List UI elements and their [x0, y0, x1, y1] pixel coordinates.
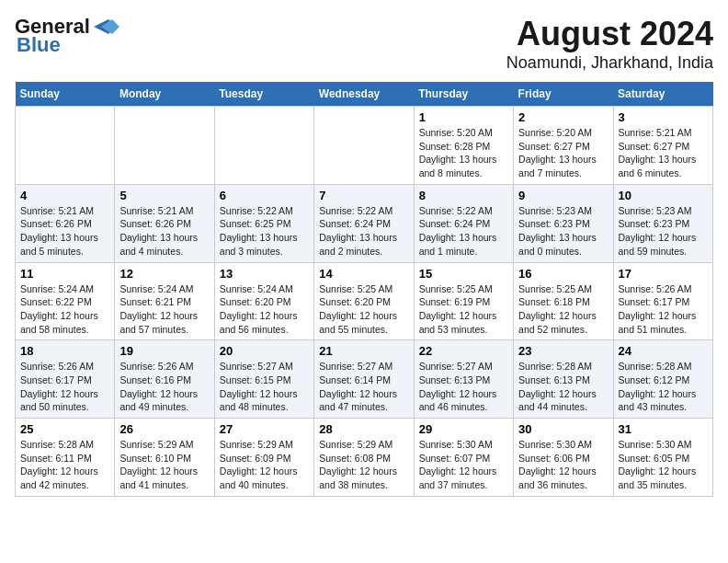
day-number: 10 [619, 189, 708, 202]
day-number: 5 [119, 189, 209, 202]
day-info: Sunrise: 5:27 AM Sunset: 6:15 PM Dayligh… [220, 360, 309, 414]
calendar-cell: 11Sunrise: 5:24 AM Sunset: 6:22 PM Dayli… [16, 262, 115, 340]
day-info: Sunrise: 5:20 AM Sunset: 6:27 PM Dayligh… [518, 126, 608, 180]
calendar-cell: 27Sunrise: 5:29 AM Sunset: 6:09 PM Dayli… [214, 419, 313, 497]
calendar-cell: 20Sunrise: 5:27 AM Sunset: 6:15 PM Dayli… [214, 340, 313, 419]
day-info: Sunrise: 5:24 AM Sunset: 6:22 PM Dayligh… [20, 282, 109, 337]
calendar-cell: 23Sunrise: 5:28 AM Sunset: 6:13 PM Dayli… [514, 340, 613, 419]
calendar-cell: 14Sunrise: 5:25 AM Sunset: 6:20 PM Dayli… [314, 262, 414, 340]
svg-marker-1 [101, 19, 119, 34]
calendar-cell [314, 107, 414, 185]
calendar-cell: 18Sunrise: 5:26 AM Sunset: 6:17 PM Dayli… [16, 340, 115, 419]
day-number: 24 [619, 344, 708, 358]
day-info: Sunrise: 5:25 AM Sunset: 6:19 PM Dayligh… [419, 282, 508, 337]
logo-blue: Blue [17, 33, 61, 57]
day-info: Sunrise: 5:23 AM Sunset: 6:23 PM Dayligh… [619, 204, 708, 259]
day-number: 15 [419, 267, 508, 281]
day-number: 28 [319, 422, 408, 436]
calendar-week-4: 18Sunrise: 5:26 AM Sunset: 6:17 PM Dayli… [16, 340, 713, 419]
calendar-cell: 4Sunrise: 5:21 AM Sunset: 6:26 PM Daylig… [16, 184, 115, 262]
day-info: Sunrise: 5:20 AM Sunset: 6:28 PM Dayligh… [419, 126, 508, 180]
calendar-cell: 3Sunrise: 5:21 AM Sunset: 6:27 PM Daylig… [613, 107, 712, 185]
day-number: 30 [518, 422, 608, 436]
day-info: Sunrise: 5:25 AM Sunset: 6:18 PM Dayligh… [518, 282, 608, 337]
day-number: 7 [319, 189, 408, 202]
calendar-week-1: 1Sunrise: 5:20 AM Sunset: 6:28 PM Daylig… [16, 107, 713, 185]
header-sunday: Sunday [16, 82, 115, 107]
day-number: 8 [419, 189, 508, 202]
title-block: August 2024 Noamundi, Jharkhand, India [506, 15, 713, 73]
calendar-cell: 15Sunrise: 5:25 AM Sunset: 6:19 PM Dayli… [414, 262, 513, 340]
day-number: 6 [220, 189, 309, 202]
calendar-cell: 25Sunrise: 5:28 AM Sunset: 6:11 PM Dayli… [16, 419, 115, 497]
day-number: 9 [518, 189, 608, 202]
day-info: Sunrise: 5:24 AM Sunset: 6:21 PM Dayligh… [119, 282, 209, 337]
day-number: 20 [220, 344, 309, 358]
day-number: 17 [619, 267, 708, 281]
day-info: Sunrise: 5:24 AM Sunset: 6:20 PM Dayligh… [220, 282, 309, 337]
day-number: 16 [518, 267, 608, 281]
header-wednesday: Wednesday [314, 82, 414, 107]
calendar-cell: 1Sunrise: 5:20 AM Sunset: 6:28 PM Daylig… [414, 107, 513, 185]
calendar-cell [16, 107, 115, 185]
logo-arrow-icon [90, 17, 119, 36]
page-title: August 2024 [506, 15, 713, 53]
day-number: 19 [119, 344, 209, 358]
calendar-week-5: 25Sunrise: 5:28 AM Sunset: 6:11 PM Dayli… [16, 419, 713, 497]
calendar-cell: 10Sunrise: 5:23 AM Sunset: 6:23 PM Dayli… [613, 184, 712, 262]
day-info: Sunrise: 5:22 AM Sunset: 6:25 PM Dayligh… [220, 204, 309, 259]
calendar-cell: 5Sunrise: 5:21 AM Sunset: 6:26 PM Daylig… [115, 184, 214, 262]
calendar-week-3: 11Sunrise: 5:24 AM Sunset: 6:22 PM Dayli… [16, 262, 713, 340]
calendar-cell [115, 107, 214, 185]
calendar-cell [214, 107, 313, 185]
logo: General Blue [15, 15, 119, 57]
calendar-cell: 26Sunrise: 5:29 AM Sunset: 6:10 PM Dayli… [115, 419, 214, 497]
day-number: 12 [119, 267, 209, 281]
day-number: 1 [419, 110, 508, 124]
day-info: Sunrise: 5:25 AM Sunset: 6:20 PM Dayligh… [319, 282, 408, 337]
day-info: Sunrise: 5:21 AM Sunset: 6:27 PM Dayligh… [619, 126, 708, 180]
day-number: 4 [20, 189, 109, 202]
day-number: 11 [20, 267, 109, 281]
day-info: Sunrise: 5:30 AM Sunset: 6:07 PM Dayligh… [419, 438, 508, 492]
day-info: Sunrise: 5:22 AM Sunset: 6:24 PM Dayligh… [419, 204, 508, 259]
calendar-cell: 6Sunrise: 5:22 AM Sunset: 6:25 PM Daylig… [214, 184, 313, 262]
day-info: Sunrise: 5:27 AM Sunset: 6:13 PM Dayligh… [419, 360, 508, 414]
calendar-cell: 29Sunrise: 5:30 AM Sunset: 6:07 PM Dayli… [414, 419, 513, 497]
day-number: 22 [419, 344, 508, 358]
calendar-cell: 31Sunrise: 5:30 AM Sunset: 6:05 PM Dayli… [613, 419, 712, 497]
calendar-cell: 17Sunrise: 5:26 AM Sunset: 6:17 PM Dayli… [613, 262, 712, 340]
day-info: Sunrise: 5:29 AM Sunset: 6:10 PM Dayligh… [119, 438, 209, 492]
day-info: Sunrise: 5:26 AM Sunset: 6:17 PM Dayligh… [619, 282, 708, 337]
day-number: 14 [319, 267, 408, 281]
calendar-cell: 28Sunrise: 5:29 AM Sunset: 6:08 PM Dayli… [314, 419, 414, 497]
calendar-cell: 9Sunrise: 5:23 AM Sunset: 6:23 PM Daylig… [514, 184, 613, 262]
calendar-cell: 19Sunrise: 5:26 AM Sunset: 6:16 PM Dayli… [115, 340, 214, 419]
calendar-cell: 16Sunrise: 5:25 AM Sunset: 6:18 PM Dayli… [514, 262, 613, 340]
day-number: 18 [20, 344, 109, 358]
calendar-cell: 7Sunrise: 5:22 AM Sunset: 6:24 PM Daylig… [314, 184, 414, 262]
header-friday: Friday [514, 82, 613, 107]
day-number: 3 [619, 110, 708, 124]
calendar-cell: 22Sunrise: 5:27 AM Sunset: 6:13 PM Dayli… [414, 340, 513, 419]
day-number: 21 [319, 344, 408, 358]
day-number: 25 [20, 422, 109, 436]
day-number: 29 [419, 422, 508, 436]
day-info: Sunrise: 5:27 AM Sunset: 6:14 PM Dayligh… [319, 360, 408, 414]
day-number: 13 [220, 267, 309, 281]
calendar-cell: 2Sunrise: 5:20 AM Sunset: 6:27 PM Daylig… [514, 107, 613, 185]
calendar-cell: 24Sunrise: 5:28 AM Sunset: 6:12 PM Dayli… [613, 340, 712, 419]
day-number: 31 [619, 422, 708, 436]
day-info: Sunrise: 5:22 AM Sunset: 6:24 PM Dayligh… [319, 204, 408, 259]
day-info: Sunrise: 5:28 AM Sunset: 6:11 PM Dayligh… [20, 438, 109, 492]
calendar-header-row: SundayMondayTuesdayWednesdayThursdayFrid… [16, 82, 713, 107]
calendar-cell: 12Sunrise: 5:24 AM Sunset: 6:21 PM Dayli… [115, 262, 214, 340]
day-info: Sunrise: 5:26 AM Sunset: 6:16 PM Dayligh… [119, 360, 209, 414]
day-number: 2 [518, 110, 608, 124]
page-subtitle: Noamundi, Jharkhand, India [506, 53, 713, 73]
day-number: 27 [220, 422, 309, 436]
calendar-cell: 8Sunrise: 5:22 AM Sunset: 6:24 PM Daylig… [414, 184, 513, 262]
day-info: Sunrise: 5:21 AM Sunset: 6:26 PM Dayligh… [119, 204, 209, 259]
calendar-table: SundayMondayTuesdayWednesdayThursdayFrid… [15, 82, 713, 497]
header-saturday: Saturday [613, 82, 712, 107]
